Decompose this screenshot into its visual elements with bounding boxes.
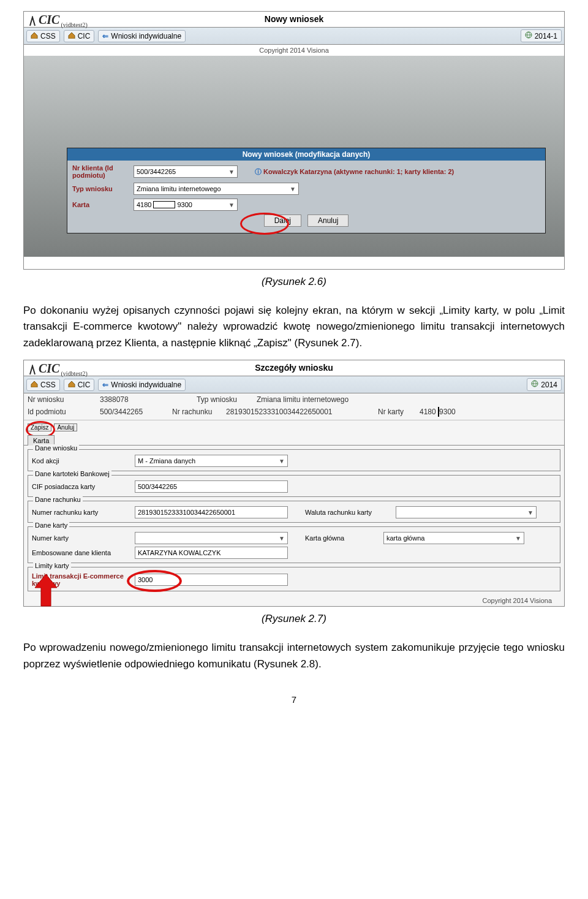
home-icon <box>31 32 38 40</box>
label-id-podmiotu: Id podmiotu <box>28 408 95 416</box>
field-numer-rachunku[interactable]: 28193015233310034422650001 <box>135 506 288 518</box>
field-waluta[interactable]: ▼ <box>396 506 537 518</box>
field-limit-ecommerce[interactable]: 3000 <box>135 574 288 586</box>
legend-dane-bankowej: Dane kartoteki Bankowej <box>33 470 111 477</box>
legend-dane-rachunku: Dane rachunku <box>33 496 83 503</box>
masked-segment <box>153 201 175 208</box>
anuluj-button[interactable]: Anuluj <box>54 423 77 431</box>
fieldset-dane-karty: Dane karty Numer karty ▼ Karta główna ka… <box>28 526 560 563</box>
chevron-down-icon: ▼ <box>279 458 285 465</box>
modal-title: Nowy wniosek (modyfikacja danych) <box>67 148 545 161</box>
screenshot-nowy-wniosek: CIC(vidbtest2) Nowy wniosek CSS CIC ⇐ Wn… <box>23 11 565 270</box>
home-icon <box>68 32 75 40</box>
fieldset-limity-karty: Limity karty Limit transakcji E-commerce… <box>28 567 560 591</box>
paragraph-1: Po dokonaniu wyżej opisanych czynności p… <box>23 303 565 351</box>
zapisz-button[interactable]: Zapisz <box>28 423 51 431</box>
label-nr-wniosku: Nr wniosku <box>28 395 95 404</box>
val-nr-wniosku: 3388078 <box>100 395 192 404</box>
tab-css[interactable]: CSS <box>26 30 60 42</box>
field-kod-akcji[interactable]: M - Zmiana danych ▼ <box>135 455 288 467</box>
label-limit-ecommerce: Limit transakcji E-commerce kwotowy <box>32 572 130 587</box>
legend-dane-karty: Dane karty <box>33 522 69 529</box>
label-nr-rachunku: Nr rachunku <box>172 408 221 416</box>
screenshot-szczegoly-wniosku: CIC(vidbtest2) Szczegóły wniosku CSS CIC… <box>23 360 565 607</box>
field-karta-glowna[interactable]: karta główna ▼ <box>383 532 524 544</box>
label-cif: CIF posiadacza karty <box>32 483 130 490</box>
val-nr-rachunku: 28193015233310034422650001 <box>226 408 373 416</box>
val-id-podmiotu: 500/3442265 <box>100 408 167 416</box>
page-title: Nowy wniosek <box>24 14 564 24</box>
field-karta[interactable]: 4180 9300 ▼ <box>134 199 238 211</box>
globe-icon <box>531 380 538 389</box>
label-typ-wniosku: Typ wniosku <box>72 185 134 192</box>
label-nr-klienta: Nr klienta (Id podmiotu) <box>72 164 134 179</box>
globe-icon <box>525 31 532 40</box>
client-info: ⓘ Kowalczyk Katarzyna (aktywne rachunki:… <box>255 168 454 176</box>
val-typ-wniosku: Zmiana limitu internetowego <box>257 395 349 404</box>
chevron-down-icon: ▼ <box>290 186 296 192</box>
page-number: 7 <box>23 694 565 705</box>
tab-css[interactable]: CSS <box>26 379 60 391</box>
val-nr-karty: 4180 9300 <box>420 408 456 416</box>
legend-limity-karty: Limity karty <box>33 562 71 569</box>
tab-wnioski[interactable]: ⇐ Wnioski indywidualne <box>98 30 186 42</box>
paragraph-2: Po wprowadzeniu nowego/zmienionego limit… <box>23 640 565 672</box>
fieldset-dane-wniosku: Dane wniosku Kod akcji M - Zmiana danych… <box>28 449 560 471</box>
page-title: Szczegóły wniosku <box>24 363 564 373</box>
label-kod-akcji: Kod akcji <box>32 457 130 465</box>
tab-year[interactable]: 2014 <box>527 378 562 391</box>
dalej-button[interactable]: Dalej <box>264 214 301 227</box>
label-numer-karty: Numer karty <box>32 534 130 542</box>
label-typ-wniosku: Typ wniosku <box>197 395 252 404</box>
label-karta-glowna: Karta główna <box>305 534 379 542</box>
modal-nowy-wniosek: Nowy wniosek (modyfikacja danych) Nr kli… <box>67 148 546 233</box>
fieldset-dane-bankowej: Dane kartoteki Bankowej CIF posiadacza k… <box>28 475 560 497</box>
anuluj-button[interactable]: Anuluj <box>307 214 349 227</box>
label-waluta: Waluta rachunku karty <box>305 509 391 516</box>
tab-wnioski[interactable]: ⇐ Wnioski indywidualne <box>98 379 186 391</box>
field-nr-klienta[interactable]: 500/3442265 ▼ <box>134 165 238 178</box>
legend-dane-wniosku: Dane wniosku <box>33 444 79 452</box>
figure-caption-2-6: (Rysunek 2.6) <box>23 276 565 288</box>
field-embosowane[interactable]: KATARZYNA KOWALCZYK <box>135 547 288 559</box>
tab-cic[interactable]: CIC <box>64 30 95 42</box>
chevron-down-icon: ▼ <box>527 509 533 516</box>
label-karta: Karta <box>72 201 134 208</box>
copyright: Copyright 2014 Visiona <box>24 45 564 56</box>
tab-cic[interactable]: CIC <box>64 379 95 391</box>
label-embosowane: Embosowane dane klienta <box>32 549 130 556</box>
field-numer-karty[interactable]: ▼ <box>135 532 288 544</box>
back-arrow-icon: ⇐ <box>102 381 108 389</box>
field-cif[interactable]: 500/3442265 <box>135 480 288 493</box>
info-icon: ⓘ <box>255 168 262 175</box>
figure-caption-2-7: (Rysunek 2.7) <box>23 613 565 625</box>
chevron-down-icon: ▼ <box>228 169 235 175</box>
chevron-down-icon: ▼ <box>228 202 235 208</box>
label-nr-karty: Nr karty <box>378 408 415 416</box>
chevron-down-icon: ▼ <box>515 535 521 542</box>
label-numer-rachunku: Numer rachunku karty <box>32 509 130 516</box>
copyright: Copyright 2014 Visiona <box>24 595 564 606</box>
field-typ-wniosku[interactable]: Zmiana limitu internetowego ▼ <box>134 183 299 195</box>
tab-year[interactable]: 2014-1 <box>521 29 562 42</box>
chevron-down-icon: ▼ <box>279 535 285 542</box>
back-arrow-icon: ⇐ <box>102 32 108 40</box>
home-icon <box>68 381 75 389</box>
fieldset-dane-rachunku: Dane rachunku Numer rachunku karty 28193… <box>28 501 560 523</box>
home-icon <box>31 381 38 389</box>
